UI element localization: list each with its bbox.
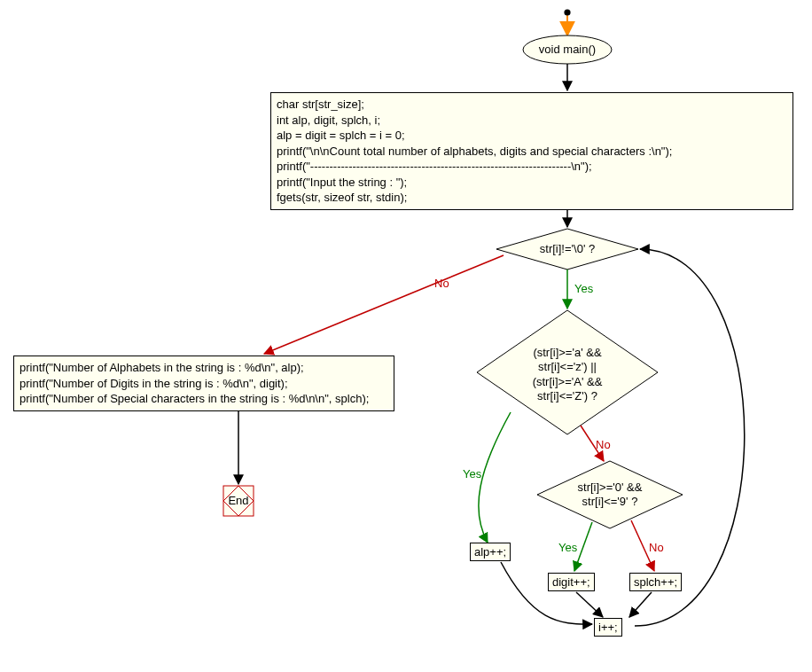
svg-line-14 [629, 592, 652, 617]
init-l1: char str[str_size]; [277, 98, 364, 111]
out-l1: printf("Number of Alphabets in the strin… [20, 361, 304, 374]
init-l4: printf("\n\nCount total number of alphab… [277, 145, 672, 158]
svg-marker-8 [477, 310, 658, 434]
inc-digit-label: digit++; [552, 575, 590, 589]
inc-alp-label: alp++; [474, 545, 506, 559]
init-l2: int alp, digit, splch, i; [277, 113, 380, 127]
inc-alp: alp++; [470, 543, 511, 561]
out-l2: printf("Number of Digits in the string i… [20, 377, 288, 390]
inc-i: i++; [594, 618, 622, 637]
init-l6: printf("Input the string : "); [277, 176, 407, 189]
svg-line-12 [631, 520, 654, 571]
inc-splch: splch++; [629, 573, 682, 591]
init-block: char str[str_size]; int alp, digit, splc… [270, 92, 793, 210]
output-block: printf("Number of Alphabets in the strin… [13, 356, 394, 411]
svg-line-11 [574, 522, 592, 571]
svg-line-9 [581, 426, 604, 461]
svg-marker-5 [496, 229, 638, 270]
svg-line-13 [576, 592, 603, 617]
svg-line-7 [264, 255, 504, 354]
svg-point-2 [523, 35, 612, 64]
svg-rect-16 [223, 486, 254, 516]
inc-digit: digit++; [548, 573, 595, 591]
inc-splch-label: splch++; [634, 575, 677, 589]
inc-i-label: i++; [598, 621, 618, 634]
init-l7: fgets(str, sizeof str, stdin); [277, 191, 407, 204]
out-l3: printf("Number of Special characters in … [20, 392, 369, 405]
svg-marker-10 [537, 461, 683, 528]
init-l5: printf("--------------------------------… [277, 160, 592, 173]
init-l3: alp = digit = splch = i = 0; [277, 129, 405, 142]
